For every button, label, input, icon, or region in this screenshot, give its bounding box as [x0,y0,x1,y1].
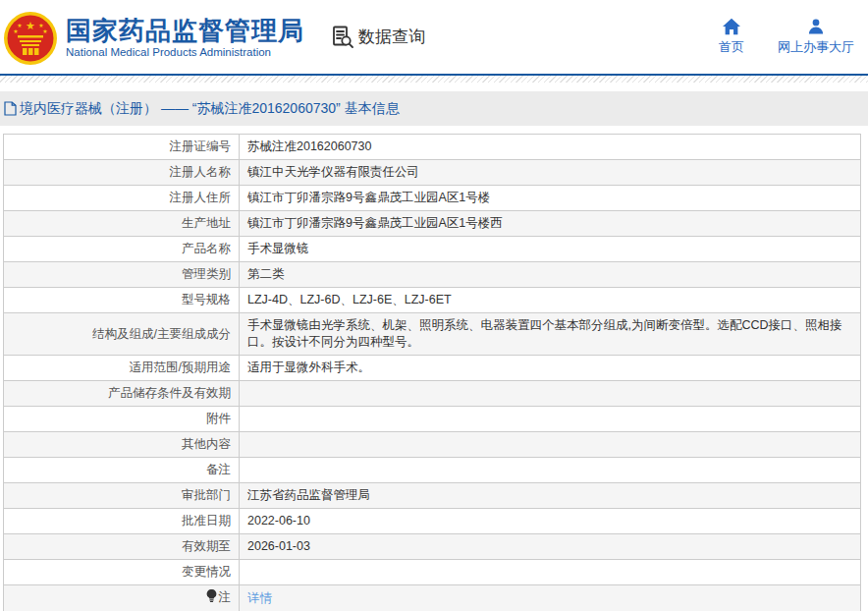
detail-link[interactable]: 详情 [247,591,272,605]
row-value: LZJ-4D、LZJ-6D、LZJ-6E、LZJ-6ET [247,293,452,306]
row-value-cell: 镇江市丁卯潘宗路9号鑫鼎茂工业园A区1号楼 [240,186,861,211]
row-label-cell: 生产地址 [4,211,240,237]
table-row: 注册人住所 镇江市丁卯潘宗路9号鑫鼎茂工业园A区1号楼 [4,186,861,211]
breadcrumb-text: 境内医疗器械（注册） —— “苏械注准20162060730” 基本信息 [20,100,400,118]
table-row: 批准日期 2022-06-10 [4,509,861,534]
row-label-cell: 结构及组成/主要组成成分 [4,313,240,356]
site-header: ★ ★ ★ ★ ★ 国家药品监督管理局 National Medical Pro… [0,0,868,74]
svg-text:★: ★ [42,28,47,34]
row-label: 附件 [206,412,231,425]
nav-home-label: 首页 [719,38,744,56]
table-row: 生产地址 镇江市丁卯潘宗路9号鑫鼎茂工业园A区1号楼西 [4,211,861,237]
row-value-cell: 第二类 [240,262,861,288]
row-label-cell: 产品储存条件及有效期 [4,381,240,407]
row-label: 备注 [206,463,231,476]
hatch-band [0,76,868,83]
national-emblem-icon: ★ ★ ★ ★ ★ [3,11,58,66]
table-row: 结构及组成/主要组成成分 手术显微镜由光学系统、机架、照明系统、电器装置四个基本… [4,313,861,356]
table-row: 注册证编号 苏械注准20162060730 [4,135,861,160]
nav-home[interactable]: 首页 [719,18,744,56]
row-label-cell: 注册人住所 [4,186,240,211]
table-row: 产品储存条件及有效期 [4,381,861,407]
row-value: 江苏省药品监督管理局 [247,488,370,502]
row-label-cell: 批准日期 [4,509,240,534]
row-label: 产品名称 [182,242,231,255]
row-value-cell: 2022-06-10 [240,509,861,534]
row-label: 生产地址 [182,216,231,230]
row-label: 管理类别 [182,267,231,281]
row-label-cell: 审批部门 [4,483,240,509]
row-label: 其他内容 [182,437,231,451]
svg-text:★: ★ [26,20,35,31]
table-row: 附件 [4,407,861,432]
row-label-cell: 注册人名称 [4,160,240,186]
row-label-cell: 适用范围/预期用途 [4,356,240,381]
row-value-cell [240,407,861,432]
row-value-cell: LZJ-4D、LZJ-6D、LZJ-6E、LZJ-6ET [240,288,861,313]
data-query-tab[interactable]: 数据查询 [330,25,425,50]
info-table-body: 注册证编号 苏械注准20162060730 注册人名称 镇江中天光学仪器有限责任… [4,135,861,611]
row-value-cell: 详情 [240,585,861,611]
person-icon [807,18,825,35]
row-label: 型号规格 [182,293,231,306]
row-label-cell: 其他内容 [4,432,240,458]
row-label-cell: 注册证编号 [4,135,240,160]
row-label: 注 [219,590,232,604]
row-value: 2022-06-10 [247,514,310,528]
row-value-cell: 手术显微镜由光学系统、机架、照明系统、电器装置四个基本部分组成,为间断变倍型。选… [240,313,861,356]
row-value-cell: 镇江中天光学仪器有限责任公司 [240,160,861,186]
row-label: 有效期至 [182,539,231,553]
row-value-cell: 江苏省药品监督管理局 [240,483,861,509]
row-label: 注册证编号 [170,139,232,153]
top-nav: 首页 网上办事大厅 [719,18,854,56]
row-label-cell: 注 [4,585,240,611]
table-row: 产品名称 手术显微镜 [4,237,861,262]
row-label: 审批部门 [182,488,231,502]
table-row: 型号规格 LZJ-4D、LZJ-6D、LZJ-6E、LZJ-6ET [4,288,861,313]
row-label-cell: 产品名称 [4,237,240,262]
nav-online-hall[interactable]: 网上办事大厅 [778,18,854,56]
document-icon [4,101,17,116]
table-row: 注册人名称 镇江中天光学仪器有限责任公司 [4,160,861,186]
row-label-cell: 变更情况 [4,560,240,585]
row-label-cell: 备注 [4,458,240,483]
table-row: 注 详情 [4,585,861,611]
bulb-icon [206,589,217,608]
row-label: 结构及组成/主要组成成分 [92,327,231,341]
breadcrumb: 境内医疗器械（注册） —— “苏械注准20162060730” 基本信息 [0,91,868,126]
row-value: 手术显微镜由光学系统、机架、照明系统、电器装置四个基本部分组成,为间断变倍型。选… [247,318,842,349]
row-value-cell: 2026-01-03 [240,534,861,560]
nav-online-hall-label: 网上办事大厅 [778,38,854,56]
row-value-cell [240,560,861,585]
table-row: 备注 [4,458,861,483]
spacer [0,126,868,134]
row-label: 批准日期 [182,514,231,528]
row-value: 2026-01-03 [247,539,310,553]
row-label-cell: 附件 [4,407,240,432]
row-value: 苏械注准20162060730 [247,139,371,153]
row-value-cell: 苏械注准20162060730 [240,135,861,160]
row-value: 手术显微镜 [247,242,309,255]
table-row: 其他内容 [4,432,861,458]
row-value-cell: 镇江市丁卯潘宗路9号鑫鼎茂工业园A区1号楼西 [240,211,861,237]
data-query-label: 数据查询 [358,26,425,48]
row-value-cell [240,458,861,483]
home-icon [722,18,741,35]
row-value: 镇江中天光学仪器有限责任公司 [247,165,419,179]
site-title-block: 国家药品监督管理局 National Medical Products Admi… [66,17,304,58]
row-label: 注册人名称 [170,165,232,179]
row-label: 适用范围/预期用途 [130,361,231,374]
data-query-icon [330,25,355,50]
row-value-cell [240,432,861,458]
table-row: 有效期至 2026-01-03 [4,534,861,560]
site-subtitle: National Medical Products Administration [66,46,304,58]
table-row: 适用范围/预期用途 适用于显微外科手术。 [4,356,861,381]
row-label-cell: 管理类别 [4,262,240,288]
row-value: 第二类 [247,267,285,281]
row-value-cell: 手术显微镜 [240,237,861,262]
row-label-cell: 有效期至 [4,534,240,560]
info-table: 注册证编号 苏械注准20162060730 注册人名称 镇江中天光学仪器有限责任… [3,134,861,611]
row-value: 镇江市丁卯潘宗路9号鑫鼎茂工业园A区1号楼西 [247,216,503,230]
spacer [0,83,868,91]
row-label: 变更情况 [182,565,231,579]
